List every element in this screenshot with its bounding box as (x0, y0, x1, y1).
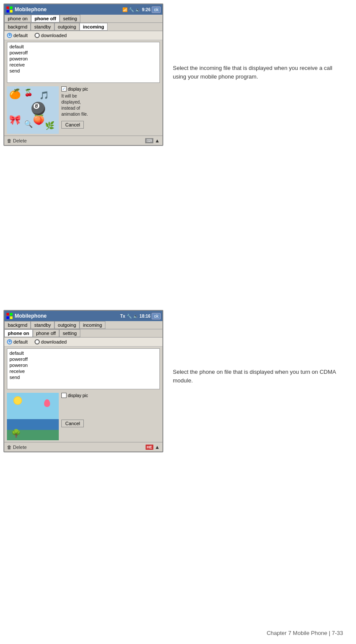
top-tab-row-1: phone on phone off setting (4, 15, 162, 23)
list-item[interactable]: poweroff (9, 50, 158, 56)
svg-rect-5 (10, 313, 13, 316)
tab-phone-off-top[interactable]: phone off (31, 15, 60, 22)
bottom-default-radio[interactable]: default (7, 339, 28, 344)
tab-standby-bottom[interactable]: standby (31, 321, 54, 329)
bottom-phone-screen: Mobilephone Tx 🔧 🔈 18:16 ok backgrnd sta… (3, 310, 163, 452)
top-title-icons: 📶 🔧 🔈 9:26 ok (122, 6, 161, 13)
list-item[interactable]: poweroff (9, 356, 158, 362)
bottom-preview-image: 🌳 (7, 393, 59, 440)
orange-icon: 🍊 (9, 88, 21, 100)
bottom-bottom-right: HE ▲ (146, 444, 160, 450)
top-display-pic-row: ✓ display pic (61, 86, 160, 92)
bottom-cancel-button[interactable]: Cancel (61, 420, 84, 427)
windows-logo-icon (6, 6, 13, 13)
tab-phone-off-bottom[interactable]: phone off (33, 329, 60, 337)
top-arrow-icon: ▲ (155, 138, 160, 144)
bottom-bottom-bar: 🗑 Delete HE ▲ (4, 442, 162, 451)
list-item[interactable]: default (9, 44, 158, 50)
tree-icon: 🌳 (11, 429, 21, 438)
top-display-pic-label: display pic (68, 87, 88, 92)
top-title-bar: Mobilephone 📶 🔧 🔈 9:26 ok (4, 4, 162, 15)
top-phone-screen: Mobilephone 📶 🔧 🔈 9:26 ok phone on phone… (3, 3, 163, 146)
top-preview-info: ✓ display pic It will bedisplayed,instea… (61, 86, 160, 129)
list-item[interactable]: send (9, 68, 158, 74)
top-display-pic-checkbox[interactable]: ✓ (61, 86, 67, 92)
top-cancel-button[interactable]: Cancel (61, 121, 84, 129)
bottom-ok-button[interactable]: ok (152, 313, 161, 319)
svg-rect-6 (6, 316, 9, 319)
search-icon: 🔍 (24, 120, 33, 128)
svg-rect-7 (10, 316, 13, 319)
top-preview-area: 🍊 🎱 🎀 🍑 🎵 🌿 🍒 🔍 ✓ display pic It will be… (4, 85, 162, 136)
balloon-shape (44, 399, 50, 407)
top-downloaded-label: downloaded (41, 33, 67, 38)
top-default-label: default (13, 33, 28, 38)
top-file-list: default poweroff poweron receive send (7, 42, 160, 83)
top-keyboard-badge[interactable]: ⌨ (145, 138, 153, 143)
bottom-annotation: Select the phone on file that is display… (173, 368, 337, 385)
bottom-title-bar: Mobilephone Tx 🔧 🔈 18:16 ok (4, 311, 162, 321)
top-bottom-bar: 🗑 Delete ⌨ ▲ (4, 136, 162, 145)
top-delete-label[interactable]: 🗑 Delete (7, 138, 27, 143)
tab-phone-on-bottom[interactable]: phone on (4, 329, 33, 337)
bottom-preview-area: 🌳 display pic Cancel (4, 391, 162, 442)
top-app-name: Mobilephone (15, 6, 122, 13)
windows-logo-icon-2 (6, 313, 13, 319)
bottom-he-badge[interactable]: HE (146, 445, 154, 450)
bottom-downloaded-radio[interactable]: downloaded (35, 339, 67, 344)
tab-outgoing-top[interactable]: outgoing (54, 23, 79, 31)
top-time: 9:26 (142, 7, 150, 12)
top-preview-image: 🍊 🎱 🎀 🍑 🎵 🌿 🍒 🔍 (7, 86, 59, 134)
list-item[interactable]: receive (9, 62, 158, 68)
list-item[interactable]: poweron (9, 362, 158, 368)
bottom-downloaded-radio-circle (35, 339, 40, 344)
bottom-display-pic-row: display pic (61, 393, 160, 398)
status-icon: 🔧 (129, 7, 134, 12)
trash-icon: 🗑 (7, 138, 12, 143)
bottom-default-label: default (13, 339, 28, 344)
list-item[interactable]: poweron (9, 56, 158, 62)
tab-standby-top[interactable]: standby (31, 23, 54, 31)
bottom-radio-row: default downloaded (4, 338, 162, 347)
tab-setting-top[interactable]: setting (60, 15, 80, 22)
list-item[interactable]: send (9, 374, 158, 380)
top-downloaded-radio[interactable]: downloaded (35, 33, 67, 38)
svg-rect-3 (10, 10, 13, 13)
top-default-radio[interactable]: default (7, 33, 28, 38)
bottom-preview-info: display pic Cancel (61, 393, 160, 427)
tab-incoming-top[interactable]: incoming (79, 23, 108, 31)
bottom-title-icons: Tx 🔧 🔈 18:16 ok (120, 313, 161, 319)
top-ok-button[interactable]: ok (152, 6, 161, 13)
tab-phone-on-top[interactable]: phone on (4, 15, 31, 22)
list-item[interactable]: receive (9, 368, 158, 374)
tab-incoming-bottom[interactable]: incoming (79, 321, 105, 329)
top-bottom-right: ⌨ ▲ (145, 138, 160, 144)
bottom-file-list: default poweroff poweron receive send (7, 348, 160, 389)
svg-rect-4 (6, 313, 9, 316)
tab-outgoing-bottom[interactable]: outgoing (54, 321, 79, 329)
volume-icon-2: 🔈 (133, 314, 138, 319)
tab-backgrnd-bottom[interactable]: backgrnd (4, 321, 31, 329)
top-default-radio-circle (7, 33, 12, 38)
tab-setting-bottom[interactable]: setting (59, 329, 80, 337)
top-annotation: Select the incoming file that is display… (173, 64, 337, 81)
top-downloaded-radio-circle (35, 33, 40, 38)
bottom-time: 18:16 (140, 314, 151, 319)
tx-icon: Tx (120, 314, 125, 319)
pink-icon: 🎀 (9, 114, 21, 126)
bottom-arrow-icon: ▲ (155, 444, 160, 450)
sun-shape (13, 396, 22, 405)
bottom-app-name: Mobilephone (15, 313, 120, 319)
bottom-display-pic-checkbox[interactable] (61, 393, 67, 398)
list-item[interactable]: default (9, 350, 158, 356)
bottom-tab-row-2: phone on phone off setting (4, 329, 162, 338)
top-radio-row: default downloaded (4, 31, 162, 40)
water-shape (7, 419, 59, 430)
green-icon: 🌿 (45, 121, 54, 130)
peach-icon: 🍑 (33, 114, 44, 126)
tab-backgrnd-top[interactable]: backgrnd (4, 23, 31, 31)
top-tab-row-2: backgrnd standby outgoing incoming (4, 23, 162, 31)
ball-icon: 🎱 (31, 101, 46, 116)
bottom-delete-label[interactable]: 🗑 Delete (7, 445, 27, 450)
bottom-downloaded-label: downloaded (41, 339, 67, 344)
